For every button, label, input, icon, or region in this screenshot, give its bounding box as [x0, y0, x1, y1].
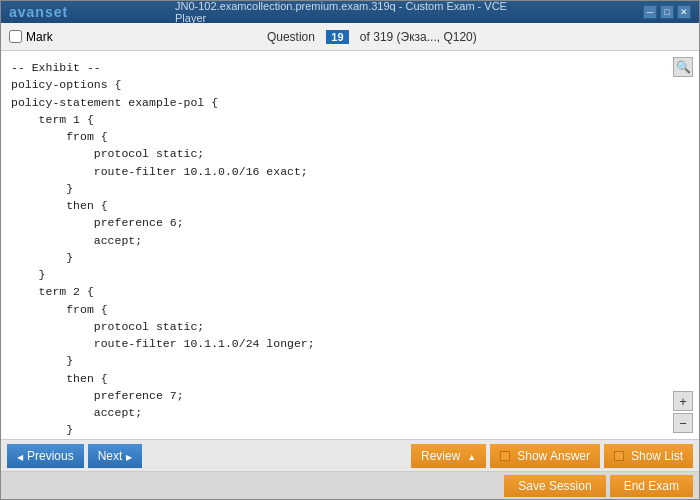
bottom-action-bar: Save Session End Exam: [1, 471, 699, 499]
maximize-button[interactable]: □: [660, 5, 674, 19]
close-button[interactable]: ✕: [677, 5, 691, 19]
review-dropdown-icon: [464, 449, 476, 463]
mark-checkbox[interactable]: [9, 30, 22, 43]
title-bar-left: avanset: [9, 4, 68, 20]
next-label: Next: [98, 449, 123, 463]
previous-label: Previous: [27, 449, 74, 463]
bottom-nav: Previous Next Review Show Answer Show Li…: [1, 439, 699, 471]
search-button[interactable]: 🔍: [673, 57, 693, 77]
question-info: Question 19 of 319 (Экза..., Q120): [53, 30, 691, 44]
window-controls: ─ □ ✕: [643, 5, 691, 19]
mark-label[interactable]: Mark: [9, 30, 53, 44]
previous-button[interactable]: Previous: [7, 444, 84, 468]
next-button[interactable]: Next: [88, 444, 143, 468]
zoom-out-button[interactable]: −: [673, 413, 693, 433]
show-answer-label: Show Answer: [517, 449, 590, 463]
show-list-label: Show List: [631, 449, 683, 463]
review-button[interactable]: Review: [411, 444, 486, 468]
show-list-button[interactable]: Show List: [604, 444, 693, 468]
zoom-in-button[interactable]: +: [673, 391, 693, 411]
question-number-area: Question 19 of 319 (Экза..., Q120): [267, 30, 477, 44]
title-bar: avanset JN0-102.examcollection.premium.e…: [1, 1, 699, 23]
show-answer-icon: [500, 451, 510, 461]
question-exhibit: -- Exhibit -- policy-options { policy-st…: [11, 59, 689, 439]
logo: avanset: [9, 4, 68, 20]
window-title: JN0-102.examcollection.premium.exam.319q…: [175, 0, 525, 24]
question-number-badge: 19: [326, 30, 348, 44]
review-label: Review: [421, 449, 460, 463]
zoom-controls: + −: [673, 391, 693, 433]
search-icon-area: 🔍: [673, 57, 693, 77]
logo-part1: avan: [9, 4, 45, 20]
show-list-icon: [614, 451, 624, 461]
toolbar: Mark Question 19 of 319 (Экза..., Q120): [1, 23, 699, 51]
content-area: -- Exhibit -- policy-options { policy-st…: [1, 51, 699, 439]
logo-part2: set: [45, 4, 68, 20]
end-exam-button[interactable]: End Exam: [610, 475, 693, 497]
search-icon: 🔍: [676, 60, 691, 74]
show-answer-button[interactable]: Show Answer: [490, 444, 600, 468]
save-session-button[interactable]: Save Session: [504, 475, 605, 497]
prev-arrow-icon: [17, 449, 23, 463]
question-label: Question: [267, 30, 315, 44]
next-arrow-icon: [126, 449, 132, 463]
mark-text: Mark: [26, 30, 53, 44]
question-total: of 319 (Экза..., Q120): [360, 30, 477, 44]
minimize-button[interactable]: ─: [643, 5, 657, 19]
main-window: avanset JN0-102.examcollection.premium.e…: [0, 0, 700, 500]
